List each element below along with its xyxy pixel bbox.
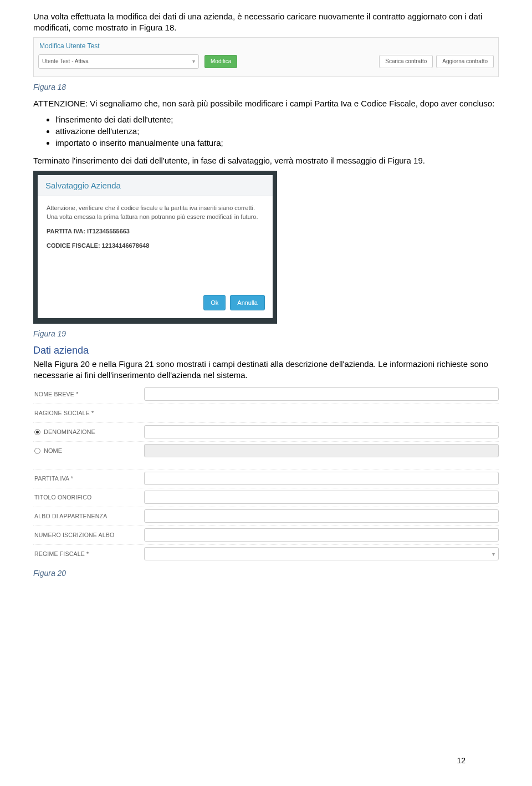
bullet-item: l'inserimento dei dati dell'utente; bbox=[55, 115, 499, 124]
screenshot-modifica-bar: Modifica Utente Test Utente Test - Attiv… bbox=[33, 37, 499, 77]
label-denominazione: DENOMINAZIONE bbox=[44, 428, 95, 435]
ok-button[interactable]: Ok bbox=[203, 295, 226, 310]
modal-body: Attenzione, verificare che il codice fis… bbox=[38, 196, 273, 258]
radio-nome[interactable] bbox=[34, 448, 40, 454]
utente-select[interactable]: Utente Test - Attiva ▾ bbox=[38, 54, 199, 69]
modal-footer: Ok Annulla bbox=[38, 289, 273, 318]
input-partita-iva[interactable] bbox=[144, 472, 499, 485]
screenshot-salvataggio-modal: Salvataggio Azienda Attenzione, verifica… bbox=[33, 171, 277, 324]
modal: Salvataggio Azienda Attenzione, verifica… bbox=[38, 175, 273, 318]
radio-denominazione[interactable] bbox=[34, 429, 40, 435]
modal-warning-text: Attenzione, verificare che il codice fis… bbox=[47, 204, 264, 222]
section-dati-azienda: Dati azienda bbox=[33, 345, 499, 356]
input-titolo-onorifico[interactable] bbox=[144, 491, 499, 504]
modal-title: Salvataggio Azienda bbox=[38, 175, 273, 196]
annulla-button[interactable]: Annulla bbox=[230, 295, 265, 310]
screenshot-form-azienda: NOME BREVE * RAGIONE SOCIALE * DENOMINAZ… bbox=[33, 385, 499, 563]
label-partita-iva: PARTITA IVA * bbox=[33, 475, 144, 482]
paragraph-intro: Una volta effettuata la modifica dei dat… bbox=[33, 11, 499, 34]
modifica-row: Utente Test - Attiva ▾ Modifica Scarica … bbox=[38, 54, 494, 69]
p-dati-azienda: Nella Figura 20 e nella Figura 21 sono m… bbox=[33, 359, 499, 381]
input-albo[interactable] bbox=[144, 509, 499, 523]
chevron-down-icon: ▾ bbox=[492, 551, 495, 557]
select-regime-fiscale[interactable]: ▾ bbox=[144, 547, 499, 560]
label-regime-fiscale: REGIME FISCALE * bbox=[33, 550, 144, 557]
modal-piva: PARTITA IVA: IT12345555663 bbox=[47, 227, 264, 236]
label-num-iscrizione: NUMERO ISCRIZIONE ALBO bbox=[33, 532, 144, 538]
modifica-button[interactable]: Modifica bbox=[204, 55, 237, 68]
screenshot-title: Modifica Utente Test bbox=[38, 41, 494, 54]
utente-select-value: Utente Test - Attiva bbox=[42, 58, 89, 64]
p-terminato: Terminato l'inserimento dei dati dell'ut… bbox=[33, 155, 499, 166]
figure-19-caption: Figura 19 bbox=[33, 329, 499, 338]
label-nome-breve: NOME BREVE * bbox=[33, 391, 144, 397]
attenzione-paragraph: ATTENZIONE: Vi segnaliamo che, non sarà … bbox=[33, 98, 499, 109]
bullet-item: attivazione dell'utenza; bbox=[55, 126, 499, 136]
scarica-contratto-button[interactable]: Scarica contratto bbox=[379, 55, 433, 68]
input-denominazione[interactable] bbox=[144, 425, 499, 438]
input-nome bbox=[144, 444, 499, 457]
label-albo: ALBO DI APPARTENENZA bbox=[33, 513, 144, 519]
label-ragione-sociale: RAGIONE SOCIALE * bbox=[33, 410, 144, 416]
bullet-item: importato o inserito manualmente una fat… bbox=[55, 138, 499, 147]
modal-codice-fiscale: CODICE FISCALE: 12134146678648 bbox=[47, 242, 264, 251]
input-nome-breve[interactable] bbox=[144, 387, 499, 401]
bullet-list: l'inserimento dei dati dell'utente; atti… bbox=[55, 115, 499, 147]
input-num-iscrizione[interactable] bbox=[144, 528, 499, 542]
figure-18-caption: Figura 18 bbox=[33, 83, 499, 91]
page-number: 12 bbox=[457, 756, 466, 765]
label-titolo-onorifico: TITOLO ONORIFICO bbox=[33, 494, 144, 501]
figure-20-caption: Figura 20 bbox=[33, 569, 499, 578]
label-nome: NOME bbox=[44, 447, 62, 454]
aggiorna-contratto-button[interactable]: Aggiorna contratto bbox=[436, 55, 494, 68]
chevron-down-icon: ▾ bbox=[192, 58, 195, 64]
